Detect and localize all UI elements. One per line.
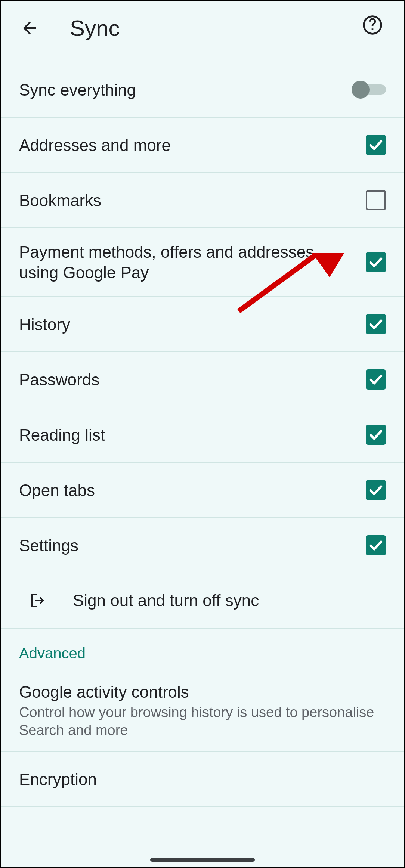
page-title: Sync bbox=[70, 15, 362, 41]
sync-item-row[interactable]: Bookmarks bbox=[1, 173, 404, 228]
check-icon bbox=[368, 316, 384, 332]
activity-subtitle: Control how your browsing history is use… bbox=[19, 704, 386, 739]
sync-item-row[interactable]: Addresses and more bbox=[1, 118, 404, 173]
sync-item-label: Open tabs bbox=[19, 480, 366, 500]
sync-item-checkbox[interactable] bbox=[366, 535, 386, 555]
sync-item-checkbox[interactable] bbox=[366, 369, 386, 390]
switch-thumb bbox=[352, 81, 370, 99]
help-button[interactable] bbox=[362, 15, 389, 41]
sync-item-label: History bbox=[19, 314, 366, 335]
sync-item-label: Bookmarks bbox=[19, 190, 366, 211]
sync-everything-row[interactable]: Sync everything bbox=[1, 62, 404, 118]
sync-item-label: Addresses and more bbox=[19, 135, 366, 155]
check-icon bbox=[368, 254, 384, 270]
check-icon bbox=[368, 137, 384, 153]
check-icon bbox=[368, 537, 384, 553]
sync-item-label: Reading list bbox=[19, 425, 366, 445]
sync-item-row[interactable]: Passwords bbox=[1, 352, 404, 407]
sync-item-checkbox[interactable] bbox=[366, 135, 386, 155]
sync-item-checkbox[interactable] bbox=[366, 480, 386, 500]
sync-item-checkbox[interactable] bbox=[366, 252, 386, 272]
signout-label: Sign out and turn off sync bbox=[73, 591, 259, 610]
sync-everything-label: Sync everything bbox=[19, 80, 352, 100]
activity-title: Google activity controls bbox=[19, 683, 386, 701]
encryption-row[interactable]: Encryption bbox=[1, 752, 404, 807]
sync-item-label: Passwords bbox=[19, 369, 366, 390]
encryption-label: Encryption bbox=[19, 769, 386, 790]
help-outline-icon bbox=[362, 15, 383, 35]
google-activity-controls-row[interactable]: Google activity controls Control how you… bbox=[1, 671, 404, 752]
sync-item-label: Payment methods, offers and addresses us… bbox=[19, 242, 366, 283]
sync-item-row[interactable]: History bbox=[1, 297, 404, 352]
sync-item-checkbox[interactable] bbox=[366, 190, 386, 210]
check-icon bbox=[368, 427, 384, 443]
check-icon bbox=[368, 372, 384, 387]
sync-item-checkbox[interactable] bbox=[366, 314, 386, 334]
check-icon bbox=[368, 482, 384, 498]
arrow-back-icon bbox=[20, 18, 39, 38]
sync-everything-switch[interactable] bbox=[352, 81, 386, 99]
home-indicator bbox=[150, 858, 255, 862]
sync-item-row[interactable]: Reading list bbox=[1, 407, 404, 463]
sync-item-row[interactable]: Payment methods, offers and addresses us… bbox=[1, 228, 404, 297]
signout-icon bbox=[28, 592, 46, 610]
sync-item-checkbox[interactable] bbox=[366, 425, 386, 445]
app-bar: Sync bbox=[1, 1, 404, 62]
sync-item-label: Settings bbox=[19, 535, 366, 556]
back-button[interactable] bbox=[16, 15, 43, 41]
advanced-section-header: Advanced bbox=[1, 629, 404, 671]
sync-item-row[interactable]: Settings bbox=[1, 518, 404, 573]
sync-item-row[interactable]: Open tabs bbox=[1, 463, 404, 518]
signout-row[interactable]: Sign out and turn off sync bbox=[1, 573, 404, 629]
